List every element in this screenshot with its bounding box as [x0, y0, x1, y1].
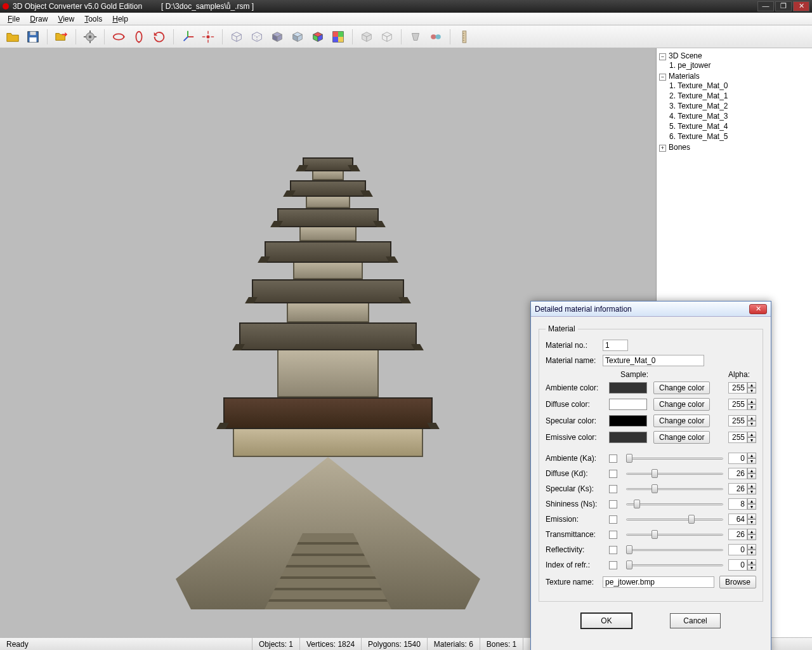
spin-up-icon[interactable]: ▲ — [747, 415, 756, 421]
tree-materials[interactable]: −Materials 1. Texture_Mat_02. Texture_Ma… — [659, 71, 809, 142]
spin-up-icon[interactable]: ▲ — [747, 529, 756, 534]
spin-down-icon[interactable]: ▼ — [747, 519, 756, 525]
cube2-button[interactable] — [378, 28, 396, 46]
spin-up-icon[interactable]: ▲ — [747, 498, 756, 504]
spin-up-icon[interactable]: ▲ — [747, 544, 756, 550]
rotate-z-button[interactable] — [150, 28, 168, 46]
tree-material-item[interactable]: 5. Texture_Mat_4 — [669, 121, 809, 131]
spin-down-icon[interactable]: ▼ — [747, 474, 756, 479]
close-button[interactable]: ✕ — [793, 1, 809, 11]
ks-slider[interactable] — [626, 483, 723, 494]
ok-button[interactable]: OK — [581, 613, 632, 628]
menu-file[interactable]: File — [3, 13, 25, 25]
browse-button[interactable]: Browse — [719, 576, 756, 588]
kd-checkbox[interactable] — [609, 470, 617, 478]
axes-button[interactable] — [179, 28, 197, 46]
spin-down-icon[interactable]: ▼ — [747, 565, 756, 571]
menu-help[interactable]: Help — [107, 13, 133, 25]
tree-scene[interactable]: −3D Scene 1. pe_jtower — [659, 51, 809, 71]
tree-material-item[interactable]: 2. Texture_Mat_1 — [669, 91, 809, 101]
spin-up-icon[interactable]: ▲ — [747, 514, 756, 519]
refl-value-input[interactable] — [728, 544, 747, 555]
spin-up-icon[interactable]: ▲ — [747, 453, 756, 458]
ks-value-input[interactable] — [728, 483, 747, 494]
maximize-button[interactable]: ❐ — [775, 1, 792, 11]
spin-up-icon[interactable]: ▲ — [747, 559, 756, 565]
flat-button[interactable] — [268, 28, 286, 46]
dif-color-swatch[interactable] — [609, 399, 647, 410]
tree-material-item[interactable]: 3. Texture_Mat_2 — [669, 101, 809, 111]
tree-material-item[interactable]: 1. Texture_Mat_0 — [669, 81, 809, 91]
dialog-titlebar[interactable]: Detailed material information ✕ — [531, 302, 771, 317]
tree-material-item[interactable]: 4. Texture_Mat_3 — [669, 111, 809, 121]
menu-draw[interactable]: Draw — [25, 13, 53, 25]
emission-value-input[interactable] — [728, 514, 747, 525]
trans-value-input[interactable] — [728, 529, 747, 540]
center-button[interactable] — [199, 28, 217, 46]
amb-change-color-button[interactable]: Change color — [653, 381, 710, 394]
spin-down-icon[interactable]: ▼ — [747, 504, 756, 510]
emission-slider[interactable] — [626, 514, 723, 525]
spin-down-icon[interactable]: ▼ — [747, 489, 756, 494]
collapse-icon[interactable]: − — [659, 74, 666, 81]
spec-change-color-button[interactable]: Change color — [653, 415, 710, 427]
tree-bones[interactable]: +Bones — [659, 142, 809, 152]
emi-change-color-button[interactable]: Change color — [653, 431, 710, 444]
misc1-button[interactable] — [407, 28, 424, 46]
save-button[interactable] — [24, 28, 42, 46]
menu-view[interactable]: View — [53, 13, 79, 25]
kd-slider[interactable] — [626, 468, 723, 479]
ka-value-input[interactable] — [728, 453, 747, 464]
amb-alpha-input[interactable] — [728, 382, 747, 394]
spin-down-icon[interactable]: ▼ — [747, 421, 756, 427]
spec-alpha-input[interactable] — [728, 415, 747, 427]
minimize-button[interactable]: — — [757, 1, 774, 11]
wireframe-button[interactable] — [228, 28, 246, 46]
spin-down-icon[interactable]: ▼ — [747, 550, 756, 555]
spin-up-icon[interactable]: ▲ — [747, 399, 756, 404]
ior-checkbox[interactable] — [609, 561, 617, 569]
ior-value-input[interactable] — [728, 559, 747, 571]
cube1-button[interactable] — [358, 28, 376, 46]
ior-slider[interactable] — [626, 559, 723, 571]
cancel-button[interactable]: Cancel — [670, 613, 721, 628]
batch-button[interactable] — [53, 28, 70, 46]
tree-scene-item[interactable]: 1. pe_jtower — [669, 60, 809, 70]
ka-checkbox[interactable] — [609, 454, 617, 463]
material-name-input[interactable] — [603, 355, 704, 366]
ns-value-input[interactable] — [728, 498, 747, 510]
tree-material-item[interactable]: 6. Texture_Mat_5 — [669, 131, 809, 142]
expand-icon[interactable]: + — [659, 145, 666, 152]
texture-name-input[interactable] — [603, 576, 714, 588]
refl-slider[interactable] — [626, 544, 723, 555]
smooth-button[interactable] — [289, 28, 306, 46]
collapse-icon[interactable]: − — [659, 53, 666, 60]
emission-checkbox[interactable] — [609, 515, 617, 524]
ns-slider[interactable] — [626, 498, 723, 510]
trans-checkbox[interactable] — [609, 531, 617, 539]
menu-tools[interactable]: Tools — [79, 13, 107, 25]
spin-up-icon[interactable]: ▲ — [747, 468, 756, 474]
spin-down-icon[interactable]: ▼ — [747, 404, 756, 410]
spin-down-icon[interactable]: ▼ — [747, 388, 756, 394]
dif-alpha-input[interactable] — [728, 399, 747, 410]
spec-color-swatch[interactable] — [609, 415, 647, 427]
trans-slider[interactable] — [626, 529, 723, 540]
hidden-line-button[interactable] — [248, 28, 266, 46]
open-button[interactable] — [4, 28, 22, 46]
material-no-input[interactable] — [603, 340, 628, 351]
spin-down-icon[interactable]: ▼ — [747, 458, 756, 464]
spin-up-icon[interactable]: ▲ — [747, 382, 756, 388]
ruler-button[interactable] — [455, 28, 473, 46]
emi-alpha-input[interactable] — [728, 432, 747, 443]
textured-button[interactable] — [329, 28, 347, 46]
rotate-y-button[interactable] — [130, 28, 148, 46]
kd-value-input[interactable] — [728, 468, 747, 479]
refl-checkbox[interactable] — [609, 546, 617, 554]
dif-change-color-button[interactable]: Change color — [653, 398, 710, 411]
rotate-x-button[interactable] — [110, 28, 128, 46]
settings-button[interactable] — [81, 28, 99, 46]
dialog-close-button[interactable]: ✕ — [749, 304, 767, 314]
spin-down-icon[interactable]: ▼ — [747, 534, 756, 540]
colored-button[interactable] — [309, 28, 327, 46]
